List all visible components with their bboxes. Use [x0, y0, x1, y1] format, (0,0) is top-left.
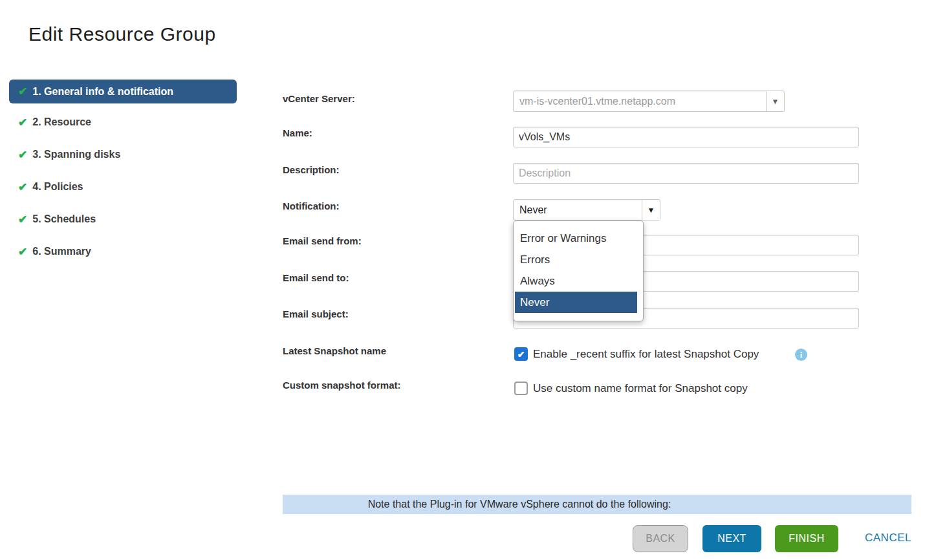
- check-icon: ✔: [18, 214, 27, 225]
- latest-snapshot-label: Latest Snapshot name: [283, 345, 386, 356]
- finish-button[interactable]: FINISH: [775, 525, 838, 552]
- step-resource[interactable]: ✔ 2. Resource: [9, 116, 91, 128]
- notification-label: Notification:: [283, 200, 340, 211]
- notification-option[interactable]: Always: [515, 270, 637, 292]
- step-general-info[interactable]: ✔ 1. General info & notification: [9, 80, 237, 103]
- latest-snapshot-checkbox-label: Enable _recent suffix for latest Snapsho…: [533, 348, 759, 361]
- check-icon: ✔: [517, 350, 525, 359]
- vcenter-server-label: vCenter Server:: [283, 93, 355, 104]
- edit-resource-group-dialog: Edit Resource Group ✔ 1. General info & …: [0, 0, 925, 560]
- step-policies[interactable]: ✔ 4. Policies: [9, 181, 83, 193]
- back-button[interactable]: BACK: [633, 525, 688, 552]
- step-spanning-disks[interactable]: ✔ 3. Spanning disks: [9, 149, 120, 160]
- notification-option[interactable]: Error or Warnings: [515, 228, 637, 249]
- notification-option[interactable]: Never: [515, 292, 637, 313]
- chevron-down-icon[interactable]: ▼: [766, 91, 784, 111]
- check-icon: ✔: [18, 86, 27, 97]
- email-subject-label: Email subject:: [283, 308, 349, 319]
- custom-format-checkbox[interactable]: ✔: [514, 382, 528, 395]
- step-label: 6. Summary: [32, 246, 91, 257]
- step-label: 1. General info & notification: [32, 86, 173, 98]
- name-label: Name:: [283, 127, 312, 138]
- name-input[interactable]: [513, 127, 859, 147]
- notification-option[interactable]: Errors: [515, 249, 637, 270]
- latest-snapshot-checkbox[interactable]: ✔: [514, 347, 528, 361]
- custom-format-checkbox-label: Use custom name format for Snapshot copy: [533, 382, 748, 395]
- page-title: Edit Resource Group: [28, 23, 216, 45]
- step-label: 4. Policies: [32, 181, 83, 193]
- next-button[interactable]: NEXT: [702, 525, 761, 552]
- email-to-label: Email send to:: [283, 272, 349, 283]
- info-icon[interactable]: i: [795, 349, 807, 361]
- notification-value: Never: [514, 200, 642, 220]
- email-from-label: Email send from:: [283, 235, 362, 246]
- step-label: 5. Schedules: [32, 213, 96, 225]
- vcenter-server-select[interactable]: vm-is-vcenter01.vtme.netapp.com ▼: [513, 91, 785, 112]
- notification-dropdown-menu: Error or Warnings Errors Always Never: [513, 221, 644, 321]
- check-icon: ✔: [18, 246, 27, 257]
- check-icon: ✔: [18, 182, 27, 193]
- step-schedules[interactable]: ✔ 5. Schedules: [9, 213, 96, 225]
- vcenter-server-value: vm-is-vcenter01.vtme.netapp.com: [514, 91, 766, 111]
- cancel-button[interactable]: CANCEL: [865, 532, 911, 544]
- notification-select[interactable]: Never ▼: [513, 199, 660, 221]
- description-label: Description:: [283, 164, 340, 175]
- step-label: 3. Spanning disks: [32, 149, 120, 160]
- check-icon: ✔: [18, 117, 27, 128]
- step-label: 2. Resource: [32, 116, 91, 128]
- note-banner: Note that the Plug-in for VMware vSphere…: [283, 495, 911, 514]
- chevron-down-icon[interactable]: ▼: [642, 200, 660, 220]
- step-summary[interactable]: ✔ 6. Summary: [9, 246, 91, 257]
- description-input[interactable]: [513, 163, 859, 184]
- check-icon: ✔: [18, 149, 27, 160]
- note-text: Note that the Plug-in for VMware vSphere…: [283, 499, 911, 510]
- custom-format-label: Custom snapshot format:: [283, 380, 401, 391]
